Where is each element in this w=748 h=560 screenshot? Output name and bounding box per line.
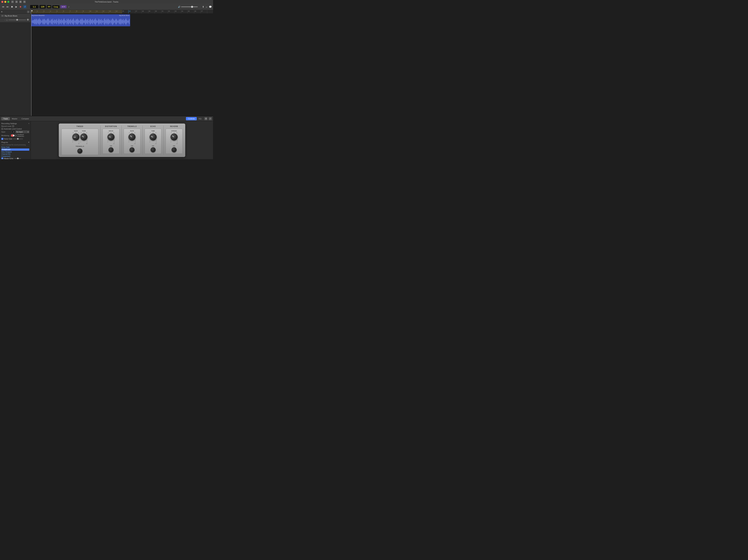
- gain-knob[interactable]: [72, 134, 79, 140]
- time-knob-container: 456 27: [149, 132, 157, 139]
- share-icon[interactable]: ⬆: [202, 5, 204, 8]
- svg-rect-8: [36, 19, 36, 25]
- no-input-dropdown[interactable]: No Input ▾: [16, 131, 29, 133]
- track-item[interactable]: Big Brute Blues ♪ 🎧: [0, 14, 31, 22]
- master-echo-checkbox[interactable]: ✓: [1, 158, 3, 159]
- svg-rect-129: [117, 19, 117, 24]
- master-echo-thumb[interactable]: [17, 158, 19, 159]
- timeline-ruler[interactable]: 2 3 4 5 6 7 8 9 10 11 12 13 14 15 16 17 …: [31, 10, 213, 14]
- fast-forward-button[interactable]: ⏭: [6, 5, 9, 8]
- plugin-pedalboard[interactable]: Pedalboard: [1, 148, 29, 151]
- svg-rect-76: [81, 20, 81, 24]
- track-icon: [1, 15, 4, 17]
- svg-rect-27: [49, 19, 49, 24]
- info-icon[interactable]: ℹ: [15, 1, 18, 3]
- add-track-button[interactable]: +: [1, 10, 2, 13]
- tuner-button[interactable]: ♪: [68, 5, 70, 8]
- close-button[interactable]: [1, 1, 3, 3]
- delete-icon[interactable]: ⊟: [204, 117, 207, 120]
- svg-rect-44: [60, 20, 60, 23]
- track-volume-thumb[interactable]: [16, 19, 18, 21]
- svg-rect-50: [64, 18, 64, 25]
- drive-knob[interactable]: [108, 134, 115, 140]
- time-knob[interactable]: [149, 134, 157, 140]
- svg-rect-131: [118, 21, 118, 22]
- search-icon[interactable]: ⌕: [206, 5, 207, 8]
- svg-rect-121: [111, 20, 112, 23]
- edit-icon[interactable]: ✎: [23, 1, 26, 3]
- bottom-panel: Track Master Compare Controls EQ ⊟ ⤢ Rec…: [0, 116, 213, 159]
- tempo-display[interactable]: 120: [40, 5, 46, 8]
- plugin-noise-gate[interactable]: Noise Gate: [1, 146, 29, 148]
- tab-eq[interactable]: EQ: [197, 117, 203, 120]
- expand-icon[interactable]: ⤢: [209, 117, 212, 120]
- drive-label: DRIVE: [109, 130, 113, 132]
- svg-rect-85: [87, 20, 88, 24]
- svg-rect-61: [71, 21, 72, 23]
- svg-rect-56: [68, 19, 68, 25]
- tab-master[interactable]: Master: [10, 117, 20, 120]
- amp-section-reverb: REVERB SPRING 456 27 18 09: [166, 125, 182, 155]
- sidebar-close-button[interactable]: ×: [27, 10, 30, 13]
- help-icon[interactable]: ?: [11, 1, 14, 3]
- noise-gate-label: Noise Gate: [4, 138, 12, 140]
- input-label: Input:: [1, 131, 12, 133]
- plug-use-text: Use to change the sound processing.: [1, 144, 29, 146]
- monitoring-toggle[interactable]: [11, 134, 14, 137]
- settings-icon[interactable]: ⚙: [19, 1, 22, 3]
- svg-rect-45: [61, 20, 61, 24]
- svg-rect-5: [34, 20, 34, 24]
- track-pan-knob[interactable]: [27, 19, 29, 21]
- noise-gate-slider[interactable]: [13, 139, 23, 139]
- amp-container: TWEED GAIN 456 27: [59, 123, 185, 157]
- volume-icon: 🔊: [178, 6, 181, 8]
- tweed-tremolo-knob[interactable]: [77, 148, 83, 154]
- svg-rect-123: [113, 18, 113, 25]
- svg-rect-15: [41, 20, 41, 23]
- rate-knob[interactable]: [128, 134, 136, 140]
- tab-controls[interactable]: Controls: [186, 117, 197, 120]
- notes-icon[interactable]: 💬: [209, 5, 212, 8]
- tab-track[interactable]: Track: [1, 117, 10, 120]
- noise-gate-thumb[interactable]: [17, 138, 19, 140]
- svg-rect-81: [85, 20, 85, 23]
- tab-compare[interactable]: Compare: [20, 117, 31, 120]
- record-button[interactable]: ⏺: [19, 5, 22, 8]
- recording-settings-chevron[interactable]: ▾: [28, 123, 29, 124]
- record-level-checkbox[interactable]: [12, 125, 14, 127]
- audio-clip[interactable]: Big Brute Blues#02 Big Brute Blues: [31, 14, 130, 26]
- volume-thumb[interactable]: [191, 6, 193, 8]
- feedback-protection-checkbox[interactable]: [15, 135, 17, 137]
- spring-knob[interactable]: [171, 134, 178, 140]
- cycle-button[interactable]: ↺: [23, 5, 26, 8]
- loop-region[interactable]: [31, 10, 122, 14]
- track-volume-slider[interactable]: [8, 20, 26, 20]
- reverb-on-knob[interactable]: [171, 147, 177, 152]
- fullscreen-button[interactable]: [7, 1, 9, 3]
- tremolo-on-knob[interactable]: [130, 147, 135, 152]
- distortion-on-knob[interactable]: [109, 147, 114, 152]
- noise-gate-checkbox[interactable]: ✓: [1, 138, 3, 140]
- gain-scale-ten: 10: [72, 143, 79, 144]
- play-button[interactable]: ▶: [15, 5, 18, 8]
- echo-on-knob[interactable]: [150, 147, 156, 152]
- count-in-button[interactable]: ⊕34: [61, 5, 67, 8]
- rewind-button[interactable]: ⏮: [1, 5, 5, 8]
- plugin-amp-designer[interactable]: Amp Designer: [1, 151, 29, 153]
- plugin-compressor[interactable]: Compressor: [1, 155, 29, 157]
- master-volume-slider[interactable]: [181, 6, 198, 7]
- minimize-button[interactable]: [4, 1, 6, 3]
- svg-rect-87: [89, 21, 89, 22]
- master-echo-slider[interactable]: [14, 158, 21, 159]
- titlebar: ? ℹ ⚙ ✎ TheThrilsGone.band - Tracks: [0, 0, 213, 4]
- stop-button[interactable]: ⏹: [10, 5, 14, 8]
- key-display[interactable]: Cmaj: [52, 5, 60, 8]
- plugin-channel-eq[interactable]: Channel EQ: [1, 153, 29, 155]
- plug-ins-chevron[interactable]: ▾: [28, 141, 29, 143]
- input-field[interactable]: ø: [12, 131, 16, 133]
- tone-knob[interactable]: [80, 134, 87, 140]
- svg-rect-94: [93, 21, 94, 23]
- svg-rect-41: [58, 20, 58, 23]
- svg-rect-137: [122, 20, 122, 23]
- auto-level-checkbox[interactable]: [1, 128, 3, 130]
